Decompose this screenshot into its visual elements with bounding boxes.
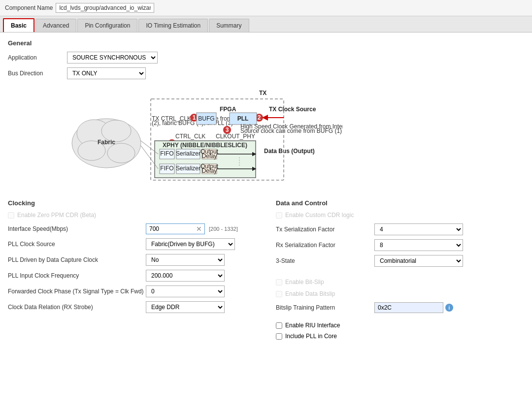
fabric-label: Fabric	[98, 139, 115, 146]
enable-riu-label: Enable RIU Interface	[285, 322, 340, 329]
enable-zero-ppm-label: Enable Zero PPM CDR (Beta)	[17, 212, 96, 219]
bus-direction-row: Bus Direction TX ONLY RX ONLY BIDIR	[8, 67, 524, 79]
bus-direction-label: Bus Direction	[8, 70, 67, 77]
enable-data-bitslip-checkbox[interactable]	[276, 291, 282, 297]
clock-data-relation-row: Clock Data Relation (RX Strobe) Edge DDR…	[8, 301, 256, 313]
application-row: Application SOURCE SYNCHRONOUS MEMORY IN…	[8, 52, 524, 63]
include-pll-label: Include PLL in Core	[285, 333, 337, 340]
bitslip-input-group: i	[374, 302, 453, 313]
content-area: General Application SOURCE SYNCHRONOUS M…	[0, 32, 532, 411]
diagram-svg: TX FPGA TX Clock Source Data Bus (Output…	[67, 84, 343, 188]
svg-text:Source clock can come from BUF: Source clock can come from BUFG (1) or C…	[240, 127, 343, 134]
interface-speed-input-container: ✕	[146, 223, 205, 234]
pll-input-freq-select[interactable]: 200.000 100.000 250.000	[146, 270, 225, 282]
enable-data-bitslip-label: Enable Data Bitslip	[285, 290, 335, 297]
bitslip-training-row: Bitslip Training Pattern i	[276, 302, 524, 313]
tabs-bar: Basic Advanced Pin Configuration IO Timi…	[0, 16, 532, 32]
tx-clock-source-label: TX Clock Source	[269, 106, 316, 113]
ctrl-clk-label: CTRL_CLK	[175, 133, 205, 140]
component-name-label: Component Name	[5, 4, 53, 11]
enable-custom-cdr-label: Enable Custom CDR logic	[285, 212, 354, 219]
interface-speed-range: [200 - 1332]	[209, 226, 238, 232]
rx-serialization-row: Rx Serialization Factor 8 4 2 1	[276, 239, 524, 251]
enable-riu-row: Enable RIU Interface	[276, 322, 524, 329]
pll-clock-source-row: PLL Clock Source Fabric(Driven by BUFG) …	[8, 238, 256, 250]
pll-clock-source-label: PLL Clock Source	[8, 241, 146, 248]
forwarded-clock-label: Forwarded Clock Phase (Tx Signal Type = …	[8, 288, 146, 295]
bus-direction-select[interactable]: TX ONLY RX ONLY BIDIR	[67, 67, 146, 79]
rx-serialization-label: Rx Serialization Factor	[276, 242, 374, 249]
enable-zero-ppm-checkbox[interactable]	[8, 212, 14, 219]
three-state-row: 3-State Combinatorial Registered None	[276, 255, 524, 267]
component-name-bar: Component Name	[0, 0, 532, 16]
main-container: Component Name Basic Advanced Pin Config…	[0, 0, 532, 411]
enable-custom-cdr-checkbox[interactable]	[276, 212, 282, 219]
svg-point-3	[107, 143, 135, 163]
interface-speed-clear-btn[interactable]: ✕	[194, 225, 204, 233]
pll-input-freq-row: PLL Input Clock Frequency 200.000 100.00…	[8, 270, 256, 282]
application-label: Application	[8, 54, 67, 61]
svg-text:1: 1	[193, 114, 196, 121]
serializer-label-2: Serializer	[176, 165, 200, 172]
fpga-label: FPGA	[220, 106, 236, 113]
tx-label: TX	[259, 90, 266, 96]
forwarded-clock-select[interactable]: 0 90 180 270	[146, 285, 225, 297]
enable-zero-ppm-row: Enable Zero PPM CDR (Beta)	[8, 212, 256, 219]
clocking-title: Clocking	[8, 199, 256, 207]
serializer-label-1: Serializer	[176, 150, 200, 157]
component-name-input[interactable]	[56, 3, 154, 13]
enable-data-bitslip-row: Enable Data Bitslip	[276, 290, 524, 297]
tab-io-timing[interactable]: IO Timing Estimation	[138, 19, 208, 32]
application-select[interactable]: SOURCE SYNCHRONOUS MEMORY INTERFACE CUST…	[67, 52, 158, 63]
diagram-container: TX FPGA TX Clock Source Data Bus (Output…	[8, 84, 524, 188]
pll-driven-select[interactable]: No Yes	[146, 254, 225, 266]
clock-data-relation-label: Clock Data Relation (RX Strobe)	[8, 304, 146, 311]
general-section-title: General	[8, 39, 524, 47]
pll-input-freq-label: PLL Input Clock Frequency	[8, 272, 146, 279]
xphy-label: XPHY (NIBBLE/NIBBLESLICE)	[163, 142, 247, 149]
data-control-title: Data and Control	[276, 199, 524, 207]
tx-serialization-row: Tx Serialization Factor 4 8 2 1	[276, 223, 524, 235]
clock-data-relation-select[interactable]: Edge DDR Center DDR Edge SDR	[146, 301, 225, 313]
svg-text:Delay: Delay	[202, 153, 217, 159]
three-state-select[interactable]: Combinatorial Registered None	[374, 255, 463, 267]
rx-serialization-select[interactable]: 8 4 2 1	[374, 239, 463, 251]
svg-text:3: 3	[226, 126, 229, 133]
svg-text:Delay: Delay	[202, 167, 217, 174]
pll-clock-source-select[interactable]: Fabric(Driven by BUFG) CC Pin Internal	[146, 238, 235, 250]
three-state-label: 3-State	[276, 257, 374, 264]
svg-text:2: 2	[258, 114, 261, 121]
tab-pin-config[interactable]: Pin Configuration	[77, 19, 137, 32]
pll-label: PLL	[237, 115, 249, 122]
bitslip-training-input[interactable]	[374, 302, 443, 313]
data-bus-label: Data Bus (Output)	[264, 148, 315, 155]
tab-advanced[interactable]: Advanced	[35, 19, 76, 32]
bufg-label: BUFG	[198, 115, 214, 122]
enable-custom-cdr-row: Enable Custom CDR logic	[276, 212, 524, 219]
pll-driven-row: PLL Driven by Data Capture Clock No Yes	[8, 254, 256, 266]
forwarded-clock-row: Forwarded Clock Phase (Tx Signal Type = …	[8, 285, 256, 297]
interface-speed-row: Interface Speed(Mbps) ✕ [200 - 1332]	[8, 223, 256, 234]
tx-serialization-label: Tx Serialization Factor	[276, 226, 374, 233]
enable-bit-slip-checkbox[interactable]	[276, 279, 282, 285]
include-pll-checkbox[interactable]	[276, 333, 282, 340]
include-pll-row: Include PLL in Core	[276, 333, 524, 340]
enable-riu-checkbox[interactable]	[276, 322, 282, 329]
pll-driven-label: PLL Driven by Data Capture Clock	[8, 256, 146, 263]
fifo-label-2: FIFO	[160, 165, 173, 172]
enable-bit-slip-row: Enable Bit-Slip	[276, 279, 524, 285]
data-control-section: Data and Control Enable Custom CDR logic…	[276, 197, 524, 344]
clocking-section: Clocking Enable Zero PPM CDR (Beta) Inte…	[8, 197, 256, 344]
fifo-label-1: FIFO	[160, 150, 173, 157]
bitslip-training-label: Bitslip Training Pattern	[276, 304, 374, 311]
tab-summary[interactable]: Summary	[209, 19, 249, 32]
tab-basic[interactable]: Basic	[3, 18, 34, 32]
enable-bit-slip-label: Enable Bit-Slip	[285, 279, 324, 285]
tx-serialization-select[interactable]: 4 8 2 1	[374, 223, 463, 235]
two-columns-layout: Clocking Enable Zero PPM CDR (Beta) Inte…	[8, 197, 524, 344]
interface-speed-label: Interface Speed(Mbps)	[8, 225, 146, 232]
bitslip-info-icon[interactable]: i	[445, 304, 453, 312]
